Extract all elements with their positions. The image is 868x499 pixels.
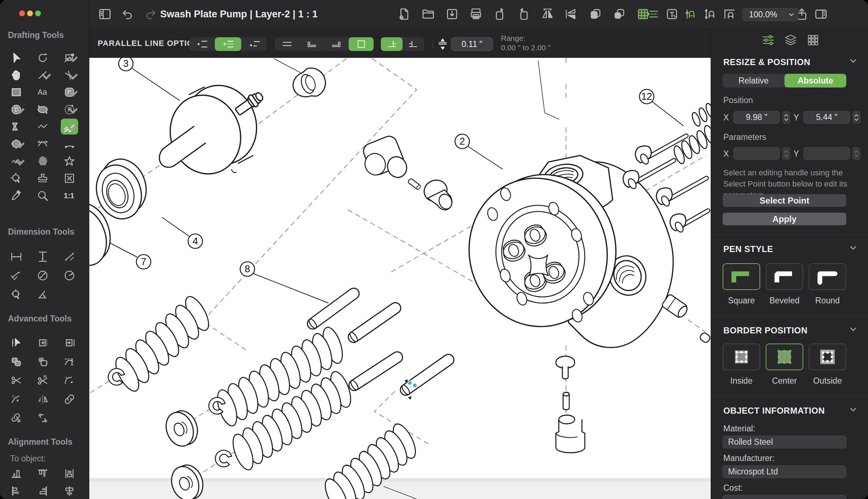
tool-trim[interactable] (6, 372, 27, 388)
tool-dim-vertical[interactable] (32, 249, 53, 265)
tool-text[interactable]: Aa (32, 84, 53, 100)
offset-value-field[interactable]: 0.11 " (451, 37, 493, 51)
position-x-field[interactable]: 9.98 " (733, 111, 780, 124)
balloon-12[interactable]: 12 (639, 89, 654, 104)
tool-unlink[interactable] (6, 410, 27, 426)
minimize-button[interactable] (27, 10, 33, 16)
pen-style-beveled[interactable] (766, 263, 803, 290)
balloon-7[interactable]: 7 (136, 255, 151, 269)
tab-library[interactable] (804, 31, 822, 49)
position-y-stepper[interactable] (852, 111, 860, 124)
flip-vertical-icon[interactable] (563, 6, 579, 22)
border-position-inside[interactable] (723, 344, 760, 370)
tool-parallel-line[interactable] (61, 119, 78, 135)
tool-fillet[interactable] (59, 372, 80, 388)
duplicate-icon[interactable] (587, 6, 603, 22)
tool-zoom-tool[interactable] (32, 188, 53, 204)
copy-style-icon[interactable] (611, 6, 627, 22)
collapse-chevron-icon[interactable] (849, 59, 857, 65)
collapse-chevron-icon[interactable] (849, 407, 857, 414)
join-style-left[interactable] (381, 37, 403, 51)
zoom-button[interactable] (35, 10, 41, 16)
tool-dim-radius[interactable] (59, 268, 80, 283)
sidebar-toggle-icon[interactable] (97, 6, 113, 22)
tool-polyline[interactable] (32, 119, 53, 135)
parallel-mode-center[interactable] (215, 37, 241, 51)
tool-eyedropper[interactable] (6, 188, 27, 204)
border-position-header[interactable]: BORDER POSITION (723, 325, 808, 336)
parameter-x-field[interactable] (733, 147, 780, 160)
import-icon[interactable] (444, 6, 460, 22)
relative-button[interactable]: Relative (723, 74, 784, 88)
parameter-y-field[interactable] (804, 147, 850, 160)
border-position-outside[interactable] (809, 344, 846, 370)
tool-union[interactable] (6, 354, 27, 370)
document-settings-icon[interactable] (396, 6, 412, 22)
pen-style-round[interactable] (809, 263, 846, 290)
tool-dim-diameter[interactable] (32, 268, 53, 283)
rotate-right-icon[interactable] (516, 6, 532, 22)
tool-fillet-corner[interactable] (6, 391, 27, 407)
close-button[interactable] (19, 10, 25, 16)
info-field-cost[interactable] (723, 495, 846, 499)
folder-icon[interactable] (420, 6, 436, 22)
parallel-mode-left[interactable] (189, 37, 215, 51)
tool-align-bottom[interactable] (6, 466, 27, 482)
balloon-3[interactable]: 3 (119, 58, 133, 71)
flip-horizontal-icon[interactable] (540, 6, 556, 22)
absolute-button[interactable]: Absolute (784, 74, 846, 88)
print-icon[interactable] (468, 6, 484, 22)
apply-button[interactable]: Apply (723, 213, 846, 225)
zoom-control[interactable]: 100.0% (742, 8, 799, 21)
tool-d-circle[interactable]: D (6, 102, 27, 118)
collapse-chevron-icon[interactable] (849, 246, 857, 252)
text-box-icon[interactable] (664, 6, 680, 22)
tool-select[interactable] (6, 50, 27, 66)
pen-style-square[interactable] (723, 263, 760, 290)
tab-properties[interactable] (759, 31, 777, 49)
zoom-chevron-icon[interactable] (784, 8, 798, 21)
cap-style-open[interactable] (275, 37, 299, 51)
tool-dim-diagonal[interactable] (59, 249, 80, 265)
tool-r-circle[interactable]: R (59, 102, 80, 118)
cap-style-corner-left[interactable] (299, 37, 324, 51)
tool-pan[interactable] (6, 67, 27, 83)
tool-link[interactable] (59, 391, 80, 407)
tool-dim-center[interactable] (6, 286, 27, 302)
tool-extend-left[interactable] (32, 335, 53, 351)
parameter-y-stepper[interactable] (852, 147, 860, 160)
snap-vertical-icon[interactable] (702, 6, 718, 22)
undo-icon[interactable] (119, 6, 135, 22)
position-x-stepper[interactable] (782, 111, 790, 124)
tool-crop-transform[interactable] (59, 50, 80, 66)
tool-star[interactable] (59, 153, 80, 169)
pen-style-header[interactable]: PEN STYLE (723, 244, 773, 254)
tool-stamp[interactable] (32, 170, 53, 186)
join-style-right[interactable] (403, 37, 424, 51)
redo-icon[interactable] (143, 6, 159, 22)
tool-distribute-horizontal[interactable] (59, 466, 80, 482)
tool-target-point[interactable] (6, 170, 27, 186)
tool-blob[interactable] (32, 153, 53, 169)
panel-toggle-icon[interactable] (813, 6, 829, 22)
resize-position-header[interactable]: RESIZE & POSITION (723, 57, 810, 67)
cap-style-corner-right[interactable] (324, 37, 349, 51)
balloon-4[interactable]: 4 (188, 234, 203, 248)
snap-settings-icon[interactable] (683, 6, 699, 22)
cap-style-closed[interactable] (349, 37, 374, 51)
tab-layers[interactable] (782, 31, 800, 49)
tool-trim-multiple[interactable]: M (32, 372, 53, 388)
tool-angle-line[interactable] (59, 67, 80, 83)
tool-crossed-box[interactable] (59, 170, 80, 186)
tool-rotate[interactable] (32, 50, 53, 66)
tool-curve-edit[interactable] (59, 354, 80, 370)
tool-freehand[interactable] (6, 153, 27, 169)
tool-dim-chain[interactable] (6, 268, 27, 283)
info-field-manufacturer[interactable]: Microspot Ltd (723, 465, 846, 478)
tool-dim-horizontal[interactable] (6, 249, 27, 265)
tool-mirror[interactable] (32, 391, 53, 407)
tool-arc[interactable] (59, 136, 80, 152)
tool-vertex-select[interactable] (6, 335, 27, 351)
tool-dim-angle[interactable] (32, 286, 53, 302)
tool-extend-right[interactable] (59, 335, 80, 351)
